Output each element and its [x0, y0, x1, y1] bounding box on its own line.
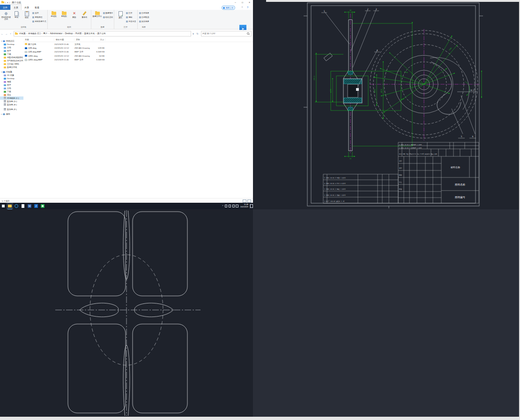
sidebar-item-desktop[interactable]: Desktop — [0, 77, 23, 80]
taskbar-green-app[interactable] — [39, 203, 46, 209]
column-size[interactable]: 大小 — [93, 38, 105, 41]
column-name[interactable]: 名称 — [23, 38, 54, 41]
tray-icon[interactable] — [229, 205, 231, 207]
taskbar-word[interactable]: W — [26, 203, 33, 209]
sidebar-item-volume-e[interactable]: 新加卷 (E:) — [0, 103, 23, 106]
group-label-open: 打开 — [115, 25, 136, 29]
search-input[interactable] — [201, 32, 246, 35]
taskbar-clock[interactable]: 11:48 2021/3/29 — [240, 204, 248, 208]
sidebar-item-documents[interactable]: 文档 — [0, 46, 23, 49]
clock-date: 2021/3/29 — [240, 206, 248, 208]
search-box[interactable] — [201, 31, 252, 37]
tab-share[interactable]: 共享 — [22, 5, 32, 10]
cloud-upload-button[interactable]: 网盘上传 — [222, 6, 235, 10]
tab-home[interactable]: 主页 — [10, 4, 22, 10]
move-to-button[interactable]: 移动到 — [49, 11, 59, 17]
breadcrumb-item[interactable]: 此电脑 — [19, 32, 26, 35]
refresh-button[interactable]: ↻ — [195, 32, 200, 35]
close-button[interactable]: × — [246, 0, 253, 5]
sidebar-item-pictures[interactable]: 图片 — [0, 49, 23, 52]
new-folder-button[interactable]: 新建文件夹 — [92, 11, 103, 17]
taskbar-notes-app[interactable] — [20, 203, 26, 209]
balloon-1: 1 — [324, 10, 325, 12]
tab-file[interactable]: 文件 — [0, 5, 10, 10]
tray-chevron-icon[interactable]: ^ — [222, 205, 223, 207]
breadcrumb-item[interactable]: 新建文件夹 — [84, 32, 96, 35]
breadcrumb-item[interactable]: 两个分轮 — [97, 32, 106, 35]
breadcrumb[interactable]: 此电脑› 本地磁盘 (C:)› 用户› Administrator› Deskt… — [14, 31, 191, 37]
back-button[interactable]: ← — [0, 32, 4, 35]
sidebar-item-3d-objects[interactable]: 3D 对象 — [0, 74, 23, 77]
invert-selection-button[interactable]: 反向选择 — [139, 19, 149, 23]
breadcrumb-item[interactable]: 用户 — [43, 32, 48, 35]
tray-icon[interactable] — [225, 205, 228, 207]
copy-button[interactable]: 复制 — [11, 11, 22, 18]
paste-shortcut-button[interactable]: 粘贴快捷方式 — [32, 19, 46, 23]
start-button[interactable] — [0, 203, 7, 209]
breadcrumb-item[interactable]: Administrator — [50, 32, 63, 35]
sidebar-item-folder[interactable]: 空气能热水器文件夹 — [0, 59, 23, 62]
sidebar-item-volume-d[interactable]: 新加卷 (D:) — [0, 100, 23, 103]
tray-icon[interactable] — [232, 205, 235, 207]
select-all-button[interactable]: 全部选择 — [139, 11, 149, 15]
up-button[interactable]: ↑ — [8, 32, 13, 35]
taskbar-zwcad[interactable]: Z — [33, 203, 39, 209]
pin-to-quick-access-button[interactable]: 固定到快速访问 — [1, 11, 11, 20]
rename-button[interactable]: 重命名 — [80, 11, 90, 18]
breadcrumb-item[interactable]: Desktop — [65, 32, 74, 35]
paste-button[interactable]: 粘贴 — [22, 11, 32, 19]
maximize-button[interactable]: □ — [239, 0, 246, 5]
sidebar-item-documents[interactable]: 文档 — [0, 87, 23, 90]
quick-access-toolbar[interactable]: | ▾ | — [5, 1, 10, 4]
table-row[interactable]: 分轮.dwg.BMP 2021/3/29 11:40 BMP 文件 3,568 … — [23, 50, 253, 54]
properties-button[interactable]: 属性 — [115, 11, 126, 19]
table-row[interactable]: 两个分轮 2021/3/29 11:40 文件夹 — [23, 42, 253, 46]
select-none-button[interactable]: 全部取消 — [139, 15, 149, 19]
breadcrumb-item[interactable]: 风机图 — [75, 32, 82, 35]
new-item-button[interactable]: 新建项目 — [103, 11, 113, 15]
copy-to-button[interactable]: 复制到 — [59, 11, 69, 17]
column-date[interactable]: 修改日期 — [54, 38, 74, 41]
details-view-button[interactable] — [243, 199, 246, 203]
sidebar-item-desktop[interactable]: Desktop — [0, 43, 23, 46]
history-button[interactable]: 历史记录 — [126, 19, 136, 23]
taskbar-browser[interactable] — [13, 203, 20, 209]
sidebar-item-music[interactable]: 音乐 — [0, 93, 23, 96]
sidebar-item-pictures[interactable]: 图片 — [0, 83, 23, 87]
sidebar-item-videos[interactable]: 视频 — [0, 80, 23, 83]
table-row[interactable]: 分轮1.dwg.BMP 2021/3/29 11:40 BMP 文件 3,568… — [23, 58, 253, 62]
sidebar-item-folder[interactable]: 立达风门图纸 — [0, 62, 23, 66]
drawing-name-label: 图纸名称 — [455, 183, 466, 186]
sidebar-network[interactable]: ▸网络 — [0, 112, 23, 116]
column-type[interactable]: 类型 — [74, 38, 93, 41]
address-dropdown[interactable]: ▾ — [191, 32, 195, 35]
edit-button[interactable]: 编辑 — [126, 15, 136, 19]
collapse-ribbon-button[interactable]: ^ — [242, 6, 243, 9]
sidebar-this-pc[interactable]: ▾此电脑 — [0, 70, 23, 74]
tab-view[interactable]: 查看 — [32, 5, 42, 10]
open-button[interactable]: 打开 — [126, 11, 136, 15]
taskbar-file-explorer[interactable] — [7, 203, 13, 209]
sidebar-item-downloads[interactable]: 下载 — [0, 52, 23, 56]
easy-access-button[interactable]: 轻松访问 — [103, 15, 113, 19]
notification-center-button[interactable] — [250, 204, 253, 208]
sidebar-item-local-disk-c[interactable]: 本地磁盘 (C:) — [0, 96, 23, 100]
table-row[interactable]: 分轮1.dwg 2019/5/31 12:12 ZWCAD.Drawing 34… — [23, 54, 253, 58]
delete-button[interactable]: ✕删除 — [69, 11, 80, 18]
forward-button[interactable]: → — [4, 32, 8, 35]
sidebar-quick-access[interactable]: ▾快速访问 — [0, 39, 23, 43]
thumbnail-view-button[interactable] — [247, 199, 251, 203]
tray-icon[interactable] — [236, 205, 238, 207]
sidebar-item-folder[interactable]: 创新成果训练图纸 — [0, 56, 23, 59]
sidebar-item-downloads[interactable]: 下载 — [0, 90, 23, 93]
table-row[interactable]: 分轮.dwg 2019/5/31 12:12 ZWCAD.Drawing 128… — [23, 46, 253, 50]
sidebar-item-folder[interactable]: 新建文件夹 — [0, 66, 23, 69]
breadcrumb-item[interactable]: 本地磁盘 (C:) — [28, 32, 41, 35]
copy-path-button[interactable]: 复制路径 — [32, 15, 46, 19]
cut-button[interactable]: 剪切 — [32, 11, 46, 15]
dwg-file-icon — [25, 55, 27, 57]
minimize-button[interactable]: – — [232, 0, 239, 5]
dim-right-1: φ260 — [374, 89, 376, 93]
sidebar-item-volume-f[interactable]: 新加卷 (F:) — [0, 108, 23, 111]
help-button[interactable]: ? — [247, 6, 248, 9]
